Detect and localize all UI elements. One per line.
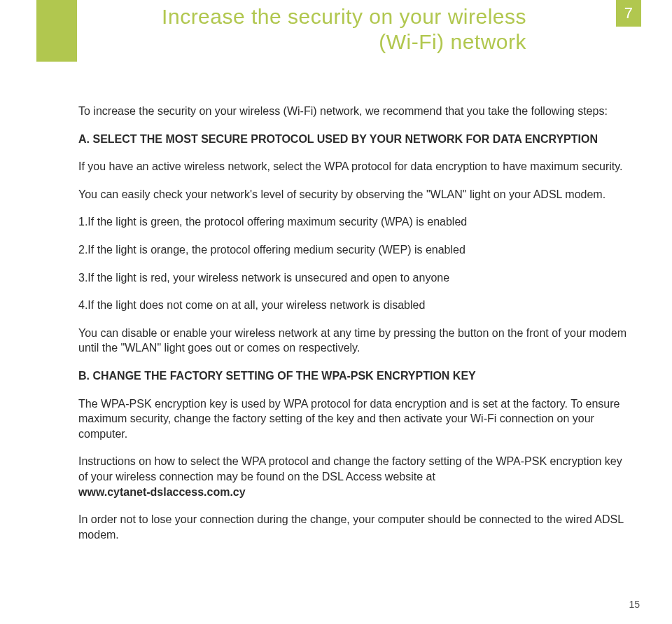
section-a-prefix: A. xyxy=(78,133,90,145)
section-b-p3: In order not to lose your connection dur… xyxy=(78,512,630,542)
title-line-2: (Wi-Fi) network xyxy=(379,30,526,53)
list-item-3: 3.If the light is red, your wireless net… xyxy=(78,270,630,286)
section-b-title: CHANGE THE FACTORY SETTING OF THE WPA-PS… xyxy=(92,370,475,382)
list-item-2: 2.If the light is orange, the protocol o… xyxy=(78,242,630,258)
intro-paragraph: To increase the security on your wireles… xyxy=(78,104,630,119)
page-number: 15 xyxy=(629,598,640,611)
section-a-title: SELECT THE MOST SECURE PROTOCOL USED BY … xyxy=(92,133,598,145)
chapter-number-badge: 7 xyxy=(616,0,641,27)
section-a-heading: A. SELECT THE MOST SECURE PROTOCOL USED … xyxy=(78,132,630,147)
page-title: Increase the security on your wireless (… xyxy=(78,4,616,55)
title-line-1: Increase the security on your wireless xyxy=(162,5,526,28)
section-b-p2: Instructions on how to select the WPA pr… xyxy=(78,454,630,499)
dsl-access-url: www.cytanet-dslaccess.com.cy xyxy=(78,486,246,498)
section-b-prefix: B. xyxy=(78,370,90,382)
section-a-p1: If you have an active wireless network, … xyxy=(78,159,630,174)
section-b-p1: The WPA-PSK encryption key is used by WP… xyxy=(78,396,630,442)
list-item-1: 1.If the light is green, the protocol of… xyxy=(78,214,630,230)
list-item-4: 4.If the light does not come on at all, … xyxy=(78,298,630,313)
section-b-p2-text: Instructions on how to select the WPA pr… xyxy=(78,455,622,483)
section-a-p2: You can easily check your network's leve… xyxy=(78,187,630,202)
section-b-heading: B. CHANGE THE FACTORY SETTING OF THE WPA… xyxy=(78,368,630,384)
content-body: To increase the security on your wireles… xyxy=(78,104,630,555)
section-a-p3: You can disable or enable your wireless … xyxy=(78,326,630,356)
left-accent-bar xyxy=(36,0,77,62)
